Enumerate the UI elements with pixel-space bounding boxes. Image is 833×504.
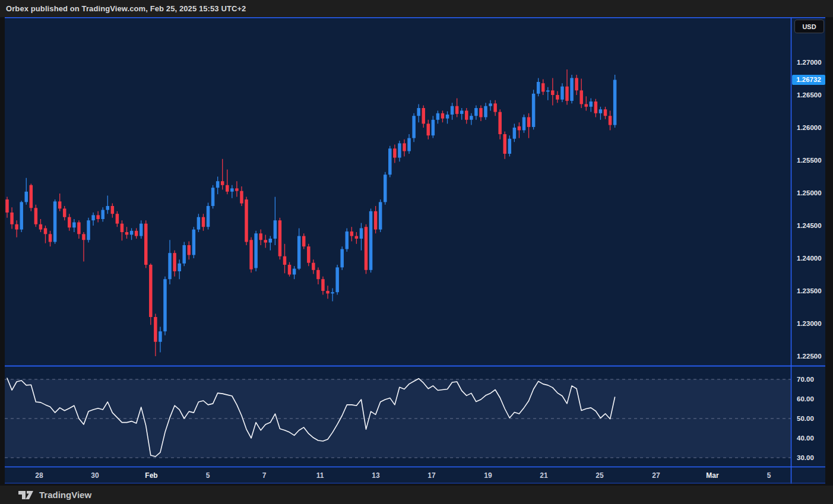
candle-body <box>178 264 181 271</box>
candle <box>192 227 196 258</box>
candle-body <box>331 292 334 293</box>
candle-body <box>436 113 440 120</box>
candle <box>537 78 540 96</box>
candle <box>513 123 517 142</box>
candle <box>455 99 459 118</box>
candle-body <box>211 188 215 206</box>
candle-body <box>188 245 191 255</box>
candle-body <box>202 217 205 227</box>
candle <box>24 178 28 205</box>
candle <box>216 177 220 195</box>
candle-body <box>34 208 38 224</box>
price-tick-label: 1.23000 <box>797 320 822 327</box>
candle <box>91 213 95 226</box>
candle-body <box>159 331 162 342</box>
candle <box>15 220 18 237</box>
candle-body <box>560 87 564 100</box>
chart-area[interactable]: 1.270001.265001.260001.255001.250001.245… <box>5 17 825 484</box>
candle-body <box>350 232 354 236</box>
currency-button[interactable]: USD <box>794 20 824 33</box>
candle <box>369 208 373 272</box>
candle-body <box>599 109 603 113</box>
candle-body <box>168 253 172 279</box>
candle <box>111 204 115 218</box>
candle-body <box>489 103 492 106</box>
candle-body <box>116 214 119 224</box>
candle <box>350 227 354 241</box>
candle-body <box>30 185 33 208</box>
time-tick-label: Mar <box>706 471 719 480</box>
candle <box>407 134 411 154</box>
publish-title: Orbex published on TradingView.com, Feb … <box>6 4 246 13</box>
candle <box>188 241 191 259</box>
candle-body <box>579 90 583 104</box>
candle-body <box>556 95 559 100</box>
candle-body <box>551 90 555 95</box>
candle-body <box>96 215 100 219</box>
candle <box>159 327 162 353</box>
candle-body <box>484 106 487 118</box>
candle-body <box>355 236 359 239</box>
candle <box>340 246 344 270</box>
candle <box>53 199 57 244</box>
candle-body <box>407 138 411 151</box>
candle <box>446 112 449 124</box>
time-axis[interactable]: 2830Feb5711131719212527Mar5 <box>35 471 771 480</box>
candle <box>116 211 119 227</box>
candle <box>374 206 378 233</box>
candle <box>522 115 526 133</box>
candle-body <box>140 224 143 236</box>
candle <box>254 231 258 271</box>
time-tick-label: 28 <box>35 471 43 480</box>
price-axis[interactable]: 1.270001.265001.260001.255001.250001.245… <box>797 59 822 360</box>
candle <box>96 211 100 223</box>
candle <box>498 109 502 140</box>
candle <box>594 99 598 118</box>
candle-body <box>398 143 401 157</box>
candle <box>30 184 33 211</box>
candle <box>178 259 181 279</box>
candle <box>479 106 483 121</box>
candle <box>44 226 47 243</box>
candle-body <box>230 188 234 192</box>
candle-body <box>316 270 320 279</box>
candle <box>346 228 349 252</box>
candle-body <box>518 126 521 131</box>
candle <box>202 214 205 231</box>
candle <box>5 197 9 218</box>
candle <box>326 286 330 299</box>
candle-body <box>68 217 71 228</box>
chart-svg[interactable]: 1.270001.265001.260001.255001.250001.245… <box>5 17 825 484</box>
candle-body <box>130 231 134 235</box>
candle-body <box>221 181 224 185</box>
candle-body <box>278 220 282 256</box>
price-tick-label: 1.26000 <box>797 124 822 131</box>
candle-body <box>63 208 66 217</box>
candle-body <box>498 112 502 134</box>
candle <box>518 122 521 138</box>
time-tick-label: 11 <box>316 471 324 480</box>
tradingview-brand-text[interactable]: TradingView <box>39 490 91 500</box>
candle <box>274 197 277 245</box>
candle <box>565 69 569 104</box>
candle <box>470 113 473 125</box>
candle <box>283 244 287 274</box>
candle-body <box>283 256 287 265</box>
candle-body <box>240 191 243 204</box>
candle <box>560 83 564 102</box>
candle <box>575 75 578 95</box>
candle-body <box>125 232 129 234</box>
candle <box>149 264 152 325</box>
candle-body <box>192 230 196 255</box>
candle <box>551 78 555 105</box>
price-tick-label: 1.23500 <box>797 287 822 294</box>
candle <box>508 135 512 156</box>
candle-body <box>91 215 95 220</box>
candle <box>259 230 262 245</box>
candle-body <box>87 220 90 240</box>
candle-body <box>135 231 138 236</box>
candle <box>541 80 545 95</box>
candle-body <box>149 265 152 317</box>
rsi-axis[interactable]: 70.0060.0050.0040.0030.00 <box>797 376 814 461</box>
candle-body <box>513 128 517 139</box>
